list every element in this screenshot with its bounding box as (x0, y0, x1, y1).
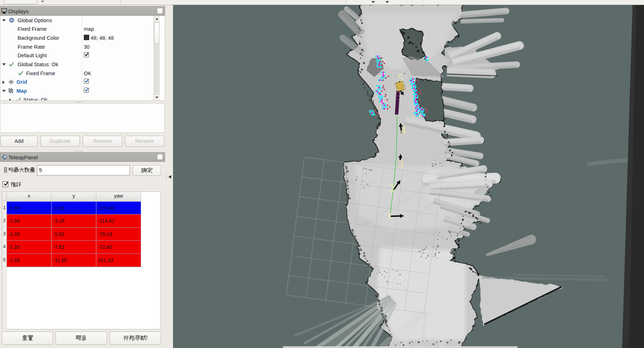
svg-text:1: 1 (386, 209, 392, 222)
svg-text:4: 4 (400, 124, 406, 136)
svg-text:3: 3 (398, 158, 404, 170)
svg-text:2: 2 (389, 182, 395, 195)
